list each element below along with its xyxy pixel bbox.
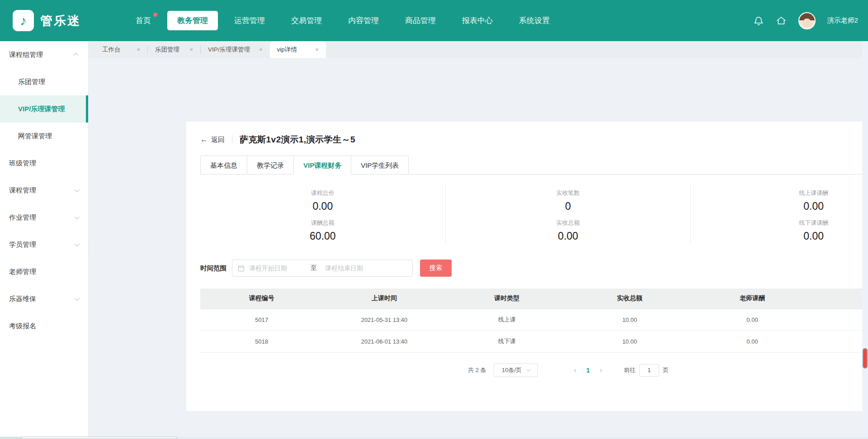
workspace-tab-vip-course[interactable]: VIP/乐理课管理 × bbox=[201, 41, 270, 58]
workspace-tab-workbench[interactable]: 工作台 × bbox=[95, 41, 147, 58]
page-title: 萨克斯1v2演示1,演示学生～5 bbox=[240, 134, 355, 146]
stat-pay-total: 课酬总额 60.00 bbox=[200, 213, 446, 243]
col-class-time: 上课时间 bbox=[323, 288, 445, 309]
notification-dot bbox=[153, 13, 157, 17]
vertical-scrollbar-thumb[interactable] bbox=[863, 348, 868, 368]
app-header: ♪ 管乐迷 首页 教务管理 运营管理 交易管理 内容管理 商品管理 报表中心 系… bbox=[0, 0, 868, 41]
prev-page-button[interactable]: ‹ bbox=[571, 366, 579, 374]
sidebar-item-course[interactable]: 课程管理 bbox=[0, 177, 88, 204]
search-button[interactable]: 搜索 bbox=[420, 260, 452, 277]
top-nav: 首页 教务管理 运营管理 交易管理 内容管理 商品管理 报表中心 系统设置 bbox=[123, 11, 563, 30]
close-icon[interactable]: × bbox=[315, 46, 319, 53]
col-received-total: 实收总额 bbox=[568, 288, 691, 309]
app-logo[interactable]: ♪ bbox=[13, 10, 34, 31]
chevron-down-icon bbox=[75, 296, 80, 301]
nav-item-content[interactable]: 内容管理 bbox=[338, 11, 389, 30]
chevron-up-icon bbox=[73, 53, 78, 58]
table-row: 5017 2021-05-31 13:40 线上课 10.00 0.00 未结算 bbox=[200, 309, 868, 330]
col-class-type: 课时类型 bbox=[446, 288, 568, 309]
total-count: 共 2 条 bbox=[468, 366, 486, 374]
tab-teaching-record[interactable]: 教学记录 bbox=[247, 156, 294, 175]
header-right: 演示老师2 bbox=[753, 12, 868, 29]
sidebar-item-student[interactable]: 学员管理 bbox=[0, 231, 88, 258]
date-range-picker[interactable]: 至 bbox=[232, 260, 413, 277]
nav-item-academic[interactable]: 教务管理 bbox=[167, 11, 218, 30]
vertical-scrollbar-track[interactable] bbox=[862, 41, 868, 437]
stat-course-total-price: 课程总价 0.00 bbox=[200, 184, 446, 213]
goto-label: 前往 bbox=[624, 366, 636, 374]
end-date-input[interactable] bbox=[325, 264, 383, 272]
avatar[interactable] bbox=[798, 12, 816, 29]
music-note-icon: ♪ bbox=[20, 14, 27, 28]
sidebar-item-homework[interactable]: 作业管理 bbox=[0, 204, 88, 231]
nav-item-goods[interactable]: 商品管理 bbox=[395, 11, 446, 30]
user-name[interactable]: 演示老师2 bbox=[827, 16, 858, 25]
col-course-no: 课程编号 bbox=[200, 288, 323, 309]
sidebar-item-course-group[interactable]: 课程组管理 bbox=[0, 41, 88, 68]
nav-item-home[interactable]: 首页 bbox=[126, 11, 161, 30]
col-teacher-pay: 老师课酬 bbox=[691, 288, 813, 309]
home-icon[interactable] bbox=[776, 15, 787, 26]
stats-grid: 课程总价 0.00 实收笔数 0 线上课课酬 0.00 课酬总额 60.00 实… bbox=[200, 184, 868, 243]
sidebar-item-net-course[interactable]: 网管课管理 bbox=[0, 123, 88, 150]
sidebar: 课程组管理 乐团管理 VIP/乐理课管理 网管课管理 班级管理 课程管理 作业管… bbox=[0, 41, 89, 439]
workspace-tab-orchestra[interactable]: 乐团管理 × bbox=[148, 41, 200, 58]
back-arrow-icon: ← bbox=[200, 135, 208, 144]
horizontal-scrollbar-corner bbox=[0, 437, 21, 439]
pagination: 共 2 条 10条/页 ‹ 1 › 前往 页 bbox=[200, 363, 868, 377]
back-button[interactable]: ← 返回 bbox=[200, 135, 225, 144]
chevron-down-icon bbox=[75, 241, 80, 246]
workspace-tab-vip-detail[interactable]: vip详情 × bbox=[270, 41, 326, 58]
page-background: ← 返回 萨克斯1v2演示1,演示学生～5 基本信息 教学记录 VIP课程财务 … bbox=[89, 58, 868, 439]
close-icon[interactable]: × bbox=[259, 46, 263, 53]
calendar-icon bbox=[238, 265, 245, 272]
current-page[interactable]: 1 bbox=[586, 367, 590, 374]
tab-basic-info[interactable]: 基本信息 bbox=[200, 156, 247, 175]
sidebar-item-instrument[interactable]: 乐器维保 bbox=[0, 285, 88, 312]
table-row: 5018 2021-06-01 13:40 线下课 10.00 0.00 未结算 bbox=[200, 330, 868, 352]
filter-row: 时间范围 至 搜索 bbox=[200, 260, 868, 277]
nav-item-trade[interactable]: 交易管理 bbox=[281, 11, 332, 30]
sidebar-item-vip-course[interactable]: VIP/乐理课管理 bbox=[0, 95, 88, 123]
next-page-button[interactable]: › bbox=[597, 366, 605, 374]
stat-received-count: 实收笔数 0 bbox=[446, 184, 691, 213]
chevron-down-icon bbox=[75, 187, 80, 192]
page-unit-label: 页 bbox=[663, 366, 669, 374]
tab-vip-finance[interactable]: VIP课程财务 bbox=[294, 156, 351, 175]
sidebar-item-teacher[interactable]: 老师管理 bbox=[0, 258, 88, 285]
page-size-select[interactable]: 10条/页 bbox=[494, 363, 538, 377]
goto-page-input[interactable] bbox=[639, 364, 659, 377]
range-separator: 至 bbox=[311, 264, 317, 272]
col-settle-status: 结算状态 bbox=[814, 288, 868, 309]
detail-card: ← 返回 萨克斯1v2演示1,演示学生～5 基本信息 教学记录 VIP课程财务 … bbox=[186, 122, 868, 411]
stat-online-pay: 线上课课酬 0.00 bbox=[691, 184, 868, 213]
nav-item-operation[interactable]: 运营管理 bbox=[224, 11, 275, 30]
tab-vip-students[interactable]: VIP学生列表 bbox=[351, 156, 409, 175]
chevron-down-icon bbox=[526, 367, 531, 372]
bell-icon[interactable] bbox=[753, 15, 764, 26]
table-header-row: 课程编号 上课时间 课时类型 实收总额 老师课酬 结算状态 bbox=[200, 288, 868, 309]
sidebar-item-class[interactable]: 班级管理 bbox=[0, 150, 88, 177]
nav-item-settings[interactable]: 系统设置 bbox=[509, 11, 560, 30]
title-row: ← 返回 萨克斯1v2演示1,演示学生～5 bbox=[200, 134, 868, 146]
brand-name: 管乐迷 bbox=[40, 13, 81, 29]
close-icon[interactable]: × bbox=[137, 46, 140, 53]
horizontal-scrollbar-thumb[interactable] bbox=[21, 437, 177, 439]
sidebar-item-orchestra[interactable]: 乐团管理 bbox=[0, 68, 88, 95]
close-icon[interactable]: × bbox=[189, 46, 193, 53]
chevron-down-icon bbox=[75, 214, 80, 219]
nav-item-report[interactable]: 报表中心 bbox=[452, 11, 503, 30]
sidebar-item-exam[interactable]: 考级报名 bbox=[0, 312, 88, 340]
workspace-tabbar: 工作台 × 乐团管理 × VIP/乐理课管理 × vip详情 × bbox=[89, 41, 868, 58]
start-date-input[interactable] bbox=[249, 264, 307, 272]
stat-offline-pay: 线下课课酬 0.00 bbox=[691, 213, 868, 243]
title-divider bbox=[232, 136, 232, 144]
detail-tabs: 基本信息 教学记录 VIP课程财务 VIP学生列表 bbox=[200, 156, 868, 175]
finance-table: 课程编号 上课时间 课时类型 实收总额 老师课酬 结算状态 5017 2021-… bbox=[200, 288, 868, 353]
time-range-label: 时间范围 bbox=[200, 264, 226, 273]
stat-received-total: 实收总额 0.00 bbox=[446, 213, 691, 243]
